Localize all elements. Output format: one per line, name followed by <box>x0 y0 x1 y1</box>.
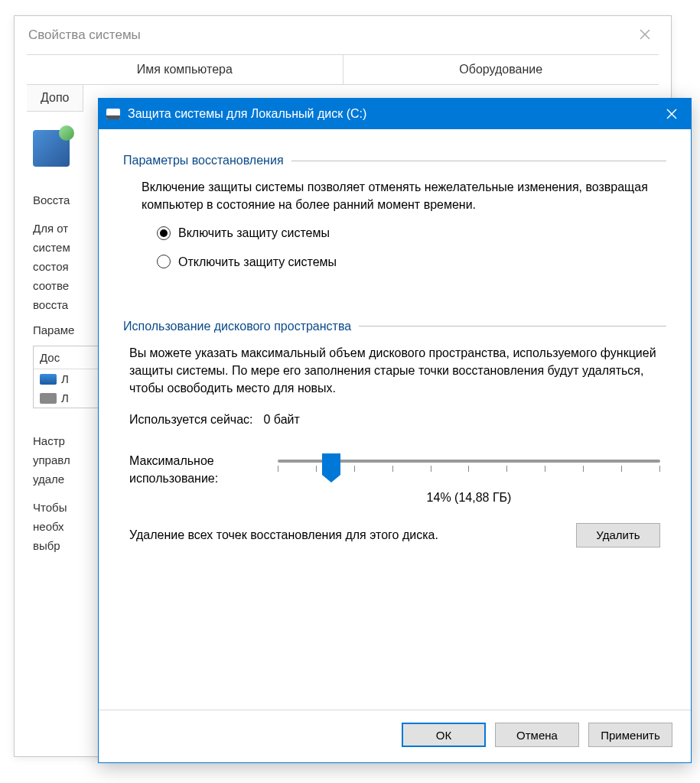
delete-button[interactable]: Удалить <box>576 523 660 547</box>
drive-icon <box>40 393 57 404</box>
bg-list-header: Дос <box>34 346 101 369</box>
disk-usage-desc: Вы можете указать максимальный объем дис… <box>129 344 660 398</box>
close-icon[interactable] <box>653 99 691 129</box>
current-usage-label: Используется сейчас: <box>129 411 253 428</box>
dialog-body: Параметры восстановления Включение защит… <box>99 129 691 703</box>
drive-icon <box>40 374 57 385</box>
radio-icon <box>157 226 171 240</box>
list-item[interactable]: Л <box>34 388 101 408</box>
system-protection-icon <box>33 130 70 167</box>
divider <box>291 161 666 161</box>
slider-track <box>278 460 660 463</box>
recovery-group-header: Параметры восстановления <box>123 154 666 167</box>
tab-advanced[interactable]: Допо <box>27 85 83 112</box>
disk-usage-group: Вы можете указать максимальный объем дис… <box>123 344 666 563</box>
ok-button[interactable]: ОК <box>402 723 486 747</box>
current-usage-value: 0 байт <box>264 411 300 428</box>
current-usage-row: Используется сейчас: 0 байт <box>129 411 660 428</box>
recovery-desc: Включение защиты системы позволяет отмен… <box>142 178 660 213</box>
delete-desc: Удаление всех точек восстановления для э… <box>129 526 561 544</box>
bg-window-title: Свойства системы <box>28 28 141 43</box>
radio-disable-protection[interactable]: Отключить защиту системы <box>142 253 660 271</box>
dialog-titlebar[interactable]: Защита системы для Локальный диск (C:) <box>99 99 691 129</box>
radio-enable-protection[interactable]: Включить защиту системы <box>142 224 660 242</box>
tab-computer-name[interactable]: Имя компьютера <box>27 55 343 84</box>
list-item[interactable]: Л <box>34 369 101 388</box>
bg-drive-list: Дос Л Л <box>33 346 102 408</box>
slider-value: 14% (14,88 ГБ) <box>278 489 660 506</box>
max-usage-label: Максимальное использование: <box>129 452 267 506</box>
delete-row: Удаление всех точек восстановления для э… <box>129 523 660 547</box>
max-usage-slider[interactable]: 14% (14,88 ГБ) <box>278 452 660 506</box>
bg-tabs-row1: Имя компьютера Оборудование <box>27 54 659 85</box>
system-protection-dialog: Защита системы для Локальный диск (C:) П… <box>98 98 692 763</box>
apply-button[interactable]: Применить <box>588 723 672 747</box>
bg-titlebar: Свойства системы <box>15 16 671 54</box>
drive-icon <box>106 109 120 119</box>
dialog-title: Защита системы для Локальный диск (C:) <box>128 107 366 121</box>
disk-usage-group-header: Использование дискового пространства <box>123 320 666 333</box>
max-usage-row: Максимальное использование: 14% (14,88 Г… <box>129 438 660 506</box>
bg-close-icon[interactable] <box>630 28 660 44</box>
cancel-button[interactable]: Отмена <box>495 723 579 747</box>
dialog-footer: ОК Отмена Применить <box>99 710 691 762</box>
divider <box>359 326 666 327</box>
radio-icon <box>157 255 171 268</box>
slider-ticks <box>278 466 660 475</box>
recovery-group: Включение защиты системы позволяет отмен… <box>123 178 666 297</box>
tab-hardware[interactable]: Оборудование <box>343 55 659 84</box>
